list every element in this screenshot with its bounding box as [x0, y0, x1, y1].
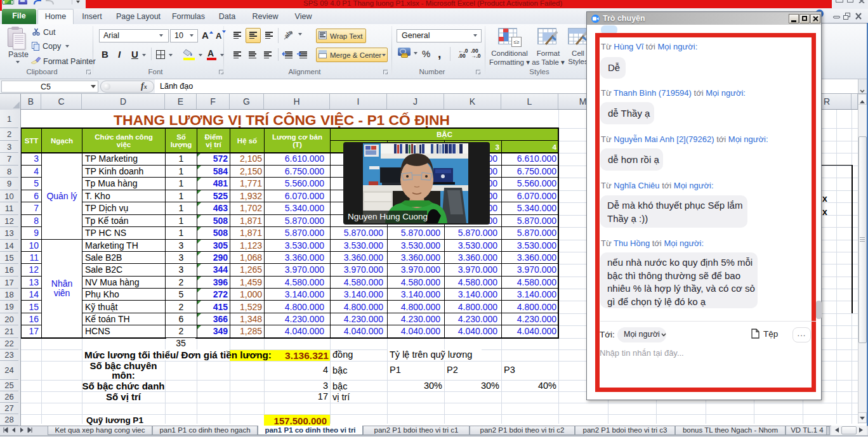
- svg-text:ab: ab: [283, 29, 293, 39]
